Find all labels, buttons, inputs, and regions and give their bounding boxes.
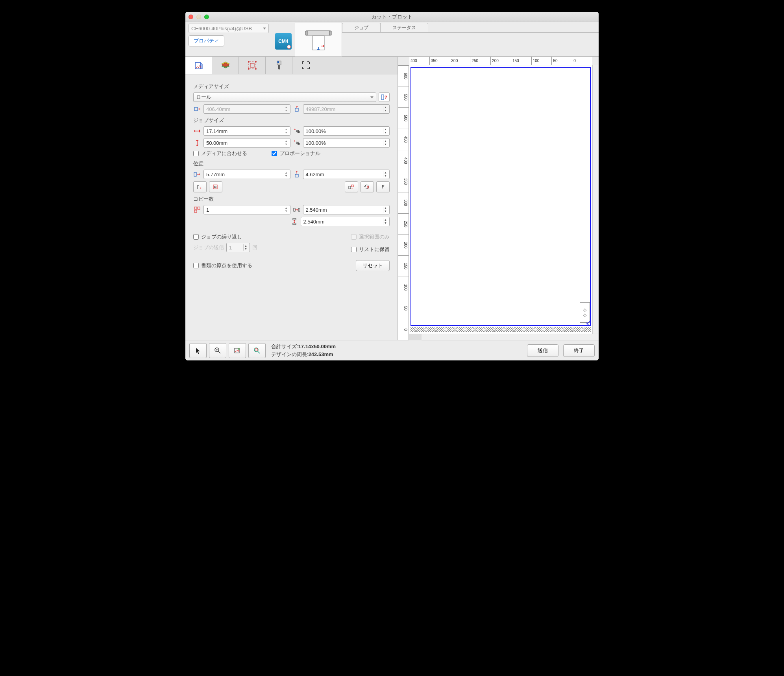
job-scale-y-input[interactable]: 100.00%▲▼ <box>303 138 390 148</box>
svg-rect-13 <box>381 95 384 100</box>
svg-rect-0 <box>307 30 330 36</box>
gap-y-input[interactable]: 2.540mm▲▼ <box>301 217 390 226</box>
height-icon <box>293 105 301 113</box>
copies-label: コピー数 <box>193 196 390 203</box>
svg-text:x: x <box>200 186 202 190</box>
svg-rect-28 <box>198 207 200 209</box>
tab-job[interactable]: ジョブ <box>342 23 381 32</box>
copies-icon <box>193 207 201 213</box>
zoom-in-tool-button[interactable] <box>209 343 226 358</box>
svg-rect-6 <box>250 63 254 67</box>
chevron-down-icon <box>263 28 266 30</box>
svg-rect-23 <box>214 186 216 188</box>
media-size-label: メディアサイズ <box>193 83 390 90</box>
tab-tool-icon[interactable] <box>266 57 292 74</box>
position-y-input[interactable]: 4.62mm▲▼ <box>303 170 390 179</box>
selection-only-checkbox: 選択範囲のみ <box>351 233 390 240</box>
svg-rect-27 <box>194 207 197 209</box>
svg-rect-32 <box>293 218 296 220</box>
svg-rect-30 <box>294 208 295 211</box>
close-button[interactable]: 終了 <box>563 344 595 357</box>
printer-preview-icon[interactable] <box>295 22 342 57</box>
app-window: カット・プロット CE6000-40Plus(#4)@USB プロパティ CM4… <box>185 12 599 360</box>
position-x-input[interactable]: 5.77mm▲▼ <box>203 170 290 179</box>
svg-rect-25 <box>351 185 353 187</box>
gap-x-icon <box>293 207 301 212</box>
copies-count-input[interactable]: 1▲▼ <box>203 205 290 214</box>
vertical-scrollbar[interactable] <box>592 65 599 334</box>
cm4-badge-icon[interactable]: CM4 <box>275 33 292 50</box>
position-label: 位置 <box>193 160 390 167</box>
scale-y-icon: % <box>293 140 301 146</box>
svg-point-10 <box>255 68 257 70</box>
tab-status[interactable]: ステータス <box>380 23 428 32</box>
job-height-input[interactable]: 50.00mm▲▼ <box>203 138 290 148</box>
poll-size-button[interactable]: ? <box>379 92 390 102</box>
hold-list-checkbox[interactable]: リストに保留 <box>351 246 390 253</box>
titlebar: カット・プロット <box>185 12 599 22</box>
horizontal-scrollbar[interactable] <box>409 334 599 340</box>
send-unit-label: 回 <box>252 244 257 251</box>
send-count-input: 1▲▼ <box>226 243 250 252</box>
zoom-object-tool-button[interactable] <box>248 343 266 358</box>
svg-rect-24 <box>349 186 351 189</box>
svg-rect-15 <box>194 107 198 111</box>
properties-button[interactable]: プロパティ <box>189 35 224 46</box>
svg-rect-20 <box>295 174 298 177</box>
horizontal-ruler: 400350300250200150100500 <box>409 57 592 65</box>
nest-button[interactable] <box>345 181 358 192</box>
svg-rect-12 <box>277 61 279 63</box>
svg-rect-16 <box>295 108 298 111</box>
send-button[interactable]: 送信 <box>527 344 558 357</box>
width-icon <box>193 106 201 112</box>
proportional-checkbox[interactable]: プロポーショナル <box>272 150 390 157</box>
fit-media-checkbox[interactable]: メディアに合わせる <box>193 150 247 157</box>
rotate-button[interactable] <box>361 181 374 192</box>
height-arrow-icon <box>193 140 201 146</box>
origin-arrow-icon: ↙ <box>586 318 592 327</box>
media-height-input[interactable]: 49987.20mm▲▼ <box>303 104 390 114</box>
device-name: CE6000-40Plus(#4)@USB <box>191 26 252 31</box>
job-size-label: ジョブサイズ <box>193 117 390 124</box>
status-text: 合計サイズ:17.14x50.00mm デザインの周長:242.53mm <box>271 343 336 358</box>
pointer-tool-button[interactable] <box>189 343 207 358</box>
svg-text:?: ? <box>385 95 387 100</box>
tab-general-icon[interactable] <box>185 57 212 74</box>
svg-rect-5 <box>249 62 256 69</box>
gap-y-icon <box>290 218 298 225</box>
svg-rect-19 <box>194 172 196 176</box>
vertical-ruler: 600550500450400350300250200150100500 <box>398 65 409 340</box>
scale-x-icon: % <box>293 128 301 134</box>
media-type-select[interactable]: ロール <box>193 92 376 102</box>
tab-registration-icon[interactable] <box>292 57 319 74</box>
job-repeat-checkbox[interactable]: ジョブの繰り返し <box>193 233 257 240</box>
svg-rect-31 <box>298 208 300 211</box>
chevron-down-icon <box>370 96 374 98</box>
preview-canvas[interactable]: ◇◇ ↙ <box>409 65 592 334</box>
width-arrow-icon <box>193 129 201 133</box>
svg-point-9 <box>248 68 250 70</box>
gap-x-input[interactable]: 2.540mm▲▼ <box>303 205 390 214</box>
svg-text:%: % <box>296 141 300 146</box>
zoom-fit-tool-button[interactable] <box>229 343 246 358</box>
center-button[interactable] <box>209 181 222 192</box>
window-title: カット・プロット <box>185 13 599 20</box>
tab-layers-icon[interactable] <box>212 57 239 74</box>
reset-button[interactable]: リセット <box>356 260 390 271</box>
flip-button[interactable]: F <box>376 181 390 192</box>
svg-point-36 <box>238 348 240 350</box>
svg-rect-38 <box>255 349 257 351</box>
tab-tiling-icon[interactable] <box>239 57 266 74</box>
use-doc-origin-checkbox[interactable]: 書類の原点を使用する <box>193 262 252 269</box>
svg-point-7 <box>248 61 250 63</box>
cut-edge-icon <box>410 327 591 332</box>
origin-x-button[interactable]: x <box>193 181 207 192</box>
svg-text:%: % <box>296 129 300 134</box>
media-outline <box>410 67 591 326</box>
svg-point-8 <box>255 61 257 63</box>
media-width-input[interactable]: 406.40mm▲▼ <box>203 104 290 114</box>
job-width-input[interactable]: 17.14mm▲▼ <box>203 126 290 136</box>
job-scale-x-input[interactable]: 100.00%▲▼ <box>303 126 390 136</box>
device-select[interactable]: CE6000-40Plus(#4)@USB <box>189 24 269 33</box>
svg-rect-1 <box>305 31 307 35</box>
